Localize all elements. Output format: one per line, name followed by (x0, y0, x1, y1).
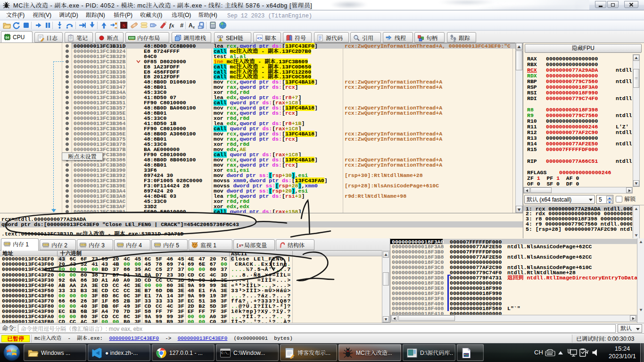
svg-text:C:\_: C:\_ (221, 351, 230, 355)
svg-text:#: # (180, 22, 184, 29)
svg-text:S: S (122, 23, 125, 28)
svg-text:<>: <> (257, 36, 262, 41)
svg-text:64: 64 (6, 36, 9, 39)
svg-text:[x=]: [x=] (236, 244, 243, 248)
svg-text:fx: fx (169, 22, 174, 29)
svg-text:z: z (193, 25, 195, 29)
svg-text:A: A (189, 22, 193, 29)
